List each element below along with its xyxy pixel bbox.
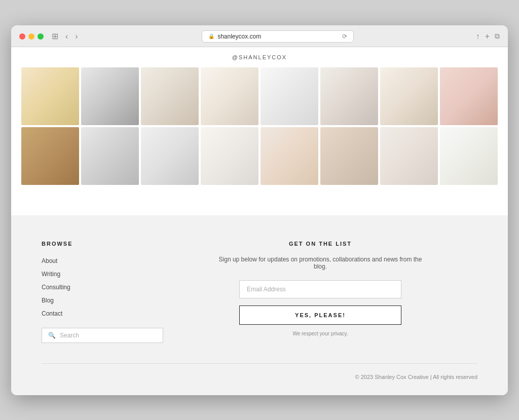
address-bar[interactable]: 🔒 shanleycox.com ⟳ [202, 30, 354, 43]
nav-link-contact[interactable]: Contact [42, 310, 62, 317]
email-input[interactable] [239, 280, 401, 298]
photo-8[interactable] [440, 67, 498, 125]
newsletter-title: GET ON THE LIST [289, 241, 352, 247]
tab-overview-icon[interactable]: ⧉ [495, 32, 500, 41]
nav-item-about[interactable]: About [42, 256, 143, 265]
nav-link-consulting[interactable]: Consulting [42, 284, 70, 291]
browser-chrome: ⊞ ‹ › 🔒 shanleycox.com ⟳ ↑ + ⧉ [11, 25, 508, 47]
footer-browse-section: BROWSE About Writing Consulting Blog [42, 241, 143, 343]
nav-item-consulting[interactable]: Consulting [42, 282, 143, 291]
nav-item-blog[interactable]: Blog [42, 295, 143, 304]
footer-bottom: © 2023 Shanley Cox Creative | All rights… [42, 363, 477, 380]
url-text: shanleycox.com [217, 33, 261, 40]
search-icon: 🔍 [48, 332, 56, 339]
photo-3[interactable] [141, 67, 199, 125]
nav-item-contact[interactable]: Contact [42, 309, 143, 318]
maximize-button[interactable] [38, 33, 44, 40]
footer-newsletter-section: GET ON THE LIST Sign up below for update… [163, 241, 477, 343]
submit-button[interactable]: YES, PLEASE! [239, 306, 401, 325]
search-box: 🔍 [42, 328, 163, 343]
traffic-lights [19, 33, 44, 40]
nav-link-writing[interactable]: Writing [42, 271, 60, 278]
minimize-button[interactable] [28, 33, 34, 40]
photo-grid [11, 65, 508, 195]
browse-title: BROWSE [42, 241, 143, 247]
page-content: @SHANLEYCOX BR [11, 47, 508, 395]
nav-link-blog[interactable]: Blog [42, 297, 54, 304]
photo-4[interactable] [201, 67, 258, 125]
close-button[interactable] [19, 33, 25, 40]
privacy-note: We respect your privacy. [292, 331, 348, 336]
photo-6[interactable] [320, 67, 378, 125]
photo-9[interactable] [21, 127, 79, 185]
photo-2[interactable] [81, 67, 139, 125]
photo-15[interactable] [380, 127, 438, 185]
spacer [11, 195, 508, 215]
instagram-handle: @SHANLEYCOX [11, 47, 508, 65]
photo-12[interactable] [201, 127, 258, 185]
copyright-text: © 2023 Shanley Cox Creative | All rights… [355, 374, 477, 380]
photo-10[interactable] [81, 127, 139, 185]
nav-link-about[interactable]: About [42, 257, 57, 264]
lock-icon: 🔒 [208, 33, 214, 39]
sidebar-toggle-icon[interactable]: ⊞ [50, 30, 60, 42]
photo-16[interactable] [440, 127, 498, 185]
footer-search: 🔍 [42, 328, 143, 343]
footer-nav: About Writing Consulting Blog Contact [42, 256, 143, 318]
photo-14[interactable] [320, 127, 378, 185]
photo-11[interactable] [141, 127, 199, 185]
photo-7[interactable] [380, 67, 438, 125]
new-tab-icon[interactable]: + [485, 32, 490, 41]
forward-button[interactable]: › [73, 31, 80, 42]
back-button[interactable]: ‹ [63, 31, 70, 42]
reload-icon[interactable]: ⟳ [342, 33, 347, 40]
photo-5[interactable] [261, 67, 318, 125]
browser-window: ⊞ ‹ › 🔒 shanleycox.com ⟳ ↑ + ⧉ @SHANLEYC… [11, 25, 508, 395]
photo-1[interactable] [21, 67, 79, 125]
photo-13[interactable] [261, 127, 318, 185]
footer: BROWSE About Writing Consulting Blog [11, 215, 508, 395]
footer-top: BROWSE About Writing Consulting Blog [42, 241, 477, 343]
nav-item-writing[interactable]: Writing [42, 269, 143, 278]
newsletter-description: Sign up below for updates on promotions,… [214, 256, 427, 270]
browser-controls: ⊞ ‹ › [50, 30, 80, 42]
browser-actions: ↑ + ⧉ [476, 32, 500, 41]
address-bar-container: 🔒 shanleycox.com ⟳ [86, 30, 470, 43]
share-icon[interactable]: ↑ [476, 32, 480, 41]
search-input[interactable] [60, 332, 157, 339]
